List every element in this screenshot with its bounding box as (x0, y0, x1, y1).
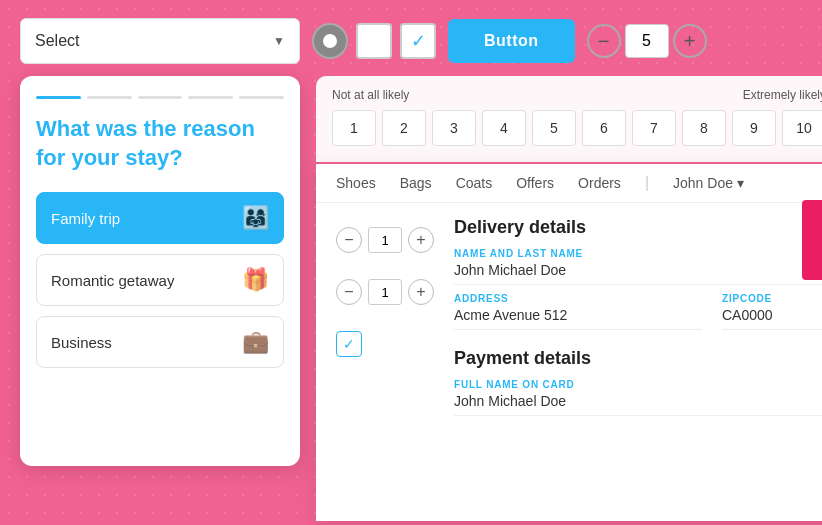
main-content: What was the reason for your stay? Famil… (0, 76, 822, 521)
mini-value-1: 1 (368, 227, 402, 253)
scale-numbers: 1 2 3 4 5 6 7 8 9 10 (332, 110, 822, 146)
user-name: John Doe (673, 175, 733, 191)
family-icon: 👨‍👩‍👧 (242, 205, 269, 231)
address-value: Acme Avenue 512 (454, 307, 702, 330)
mini-increment-2[interactable]: + (408, 279, 434, 305)
scale-label-left: Not at all likely (332, 88, 409, 102)
survey-option-family[interactable]: Family trip 👨‍👩‍👧 (36, 192, 284, 244)
scale-labels: Not at all likely Extremely likely (332, 88, 822, 102)
romantic-icon: 🎁 (242, 267, 269, 293)
mini-value-2: 1 (368, 279, 402, 305)
address-row: ADDRESS Acme Avenue 512 ZIPCODE CA0000 (454, 293, 822, 338)
zipcode-field: ZIPCODE CA0000 (722, 293, 822, 338)
pink-accent-bar (802, 200, 822, 280)
checkbox-checked[interactable]: ✓ (400, 23, 436, 59)
shop-content: − 1 + − 1 + ✓ Delivery details (316, 203, 822, 438)
progress-step-4 (188, 96, 233, 99)
option-business-label: Business (51, 334, 112, 351)
card-value: John Michael Doe (454, 393, 822, 416)
payment-title: Payment details (454, 348, 822, 369)
address-label: ADDRESS (454, 293, 702, 304)
progress-step-1 (36, 96, 81, 99)
scale-num-1[interactable]: 1 (332, 110, 376, 146)
card-label: FULL NAME ON CARD (454, 379, 822, 390)
survey-question: What was the reason for your stay? (36, 115, 284, 172)
mini-stepper-2: − 1 + (336, 279, 434, 305)
shop-panel: Shoes Bags Coats Offers Orders | John Do… (316, 164, 822, 521)
survey-option-business[interactable]: Business 💼 (36, 316, 284, 368)
stepper-value: 5 (625, 24, 669, 58)
stepper-decrement-button[interactable]: − (587, 24, 621, 58)
mini-decrement-1[interactable]: − (336, 227, 362, 253)
nav-user[interactable]: John Doe ▾ (673, 175, 744, 191)
select-dropdown[interactable]: Select ▼ (20, 18, 300, 64)
check-icon: ✓ (411, 30, 426, 52)
chevron-down-icon: ▼ (273, 34, 285, 48)
nav-coats[interactable]: Coats (456, 175, 493, 191)
progress-step-2 (87, 96, 132, 99)
select-label: Select (35, 32, 79, 50)
survey-progress (36, 96, 284, 99)
scale-num-10[interactable]: 10 (782, 110, 822, 146)
mini-stepper-1: − 1 + (336, 227, 434, 253)
survey-card: What was the reason for your stay? Famil… (20, 76, 300, 466)
scale-section: Not at all likely Extremely likely 1 2 3… (316, 76, 822, 162)
radio-button[interactable] (312, 23, 348, 59)
mini-increment-1[interactable]: + (408, 227, 434, 253)
option-romantic-label: Romantic getaway (51, 272, 174, 289)
nav-divider: | (645, 174, 649, 192)
scale-num-9[interactable]: 9 (732, 110, 776, 146)
controls-group: ✓ (312, 23, 436, 59)
progress-step-5 (239, 96, 284, 99)
scale-num-2[interactable]: 2 (382, 110, 426, 146)
scale-num-7[interactable]: 7 (632, 110, 676, 146)
check-icon: ✓ (343, 336, 355, 352)
delivery-title: Delivery details (454, 217, 822, 238)
business-icon: 💼 (242, 329, 269, 355)
select-wrapper: Select ▼ (20, 18, 300, 64)
scale-num-6[interactable]: 6 (582, 110, 626, 146)
nav-offers[interactable]: Offers (516, 175, 554, 191)
zipcode-value: CA0000 (722, 307, 822, 330)
top-bar: Select ▼ ✓ Button − 5 + (0, 0, 822, 76)
shop-left-steppers: − 1 + − 1 + ✓ (336, 217, 434, 424)
option-family-label: Family trip (51, 210, 120, 227)
nav-shoes[interactable]: Shoes (336, 175, 376, 191)
nav-orders[interactable]: Orders (578, 175, 621, 191)
name-label: NAME AND LAST NAME (454, 248, 822, 259)
chevron-down-icon: ▾ (737, 175, 744, 191)
mini-checkbox-checked[interactable]: ✓ (336, 331, 362, 357)
checkbox-unchecked[interactable] (356, 23, 392, 59)
shop-nav: Shoes Bags Coats Offers Orders | John Do… (316, 164, 822, 203)
stepper-increment-button[interactable]: + (673, 24, 707, 58)
quantity-stepper: − 5 + (587, 24, 707, 58)
scale-num-4[interactable]: 4 (482, 110, 526, 146)
mini-decrement-2[interactable]: − (336, 279, 362, 305)
progress-step-3 (138, 96, 183, 99)
scale-num-5[interactable]: 5 (532, 110, 576, 146)
survey-option-romantic[interactable]: Romantic getaway 🎁 (36, 254, 284, 306)
scale-num-3[interactable]: 3 (432, 110, 476, 146)
right-panel: Not at all likely Extremely likely 1 2 3… (316, 76, 822, 521)
name-value: John Michael Doe (454, 262, 822, 285)
primary-button[interactable]: Button (448, 19, 575, 63)
radio-inner (323, 34, 337, 48)
address-field: ADDRESS Acme Avenue 512 (454, 293, 702, 338)
zipcode-label: ZIPCODE (722, 293, 822, 304)
nav-bags[interactable]: Bags (400, 175, 432, 191)
scale-label-right: Extremely likely (743, 88, 822, 102)
scale-num-8[interactable]: 8 (682, 110, 726, 146)
form-section: Delivery details NAME AND LAST NAME John… (454, 217, 822, 424)
